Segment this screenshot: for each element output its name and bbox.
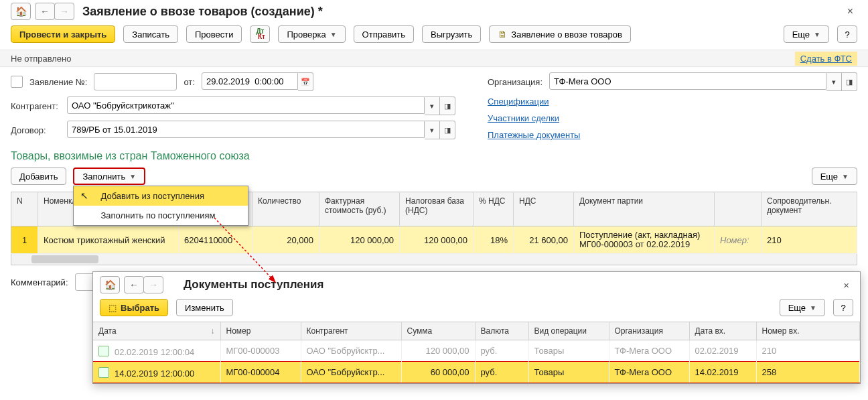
modal-close-button[interactable]: × [839,278,853,292]
decl-no-label: Заявление №: [29,77,87,87]
chevron-down-icon: ▼ [842,173,849,180]
modal-forward-button[interactable]: → [143,276,163,293]
mcol-number[interactable]: Номер [220,322,301,340]
calendar-icon: 📅 [301,78,310,86]
chevron-down-icon: ▼ [814,31,820,38]
modal-home-button[interactable]: 🏠 [100,276,120,293]
org-input[interactable] [549,72,826,90]
check-button[interactable]: Проверка▼ [278,25,345,43]
status-text: Не отправлено [11,54,71,64]
contr-input[interactable] [67,96,425,114]
goods-more-button[interactable]: Еще▼ [812,168,857,185]
specifications-link[interactable]: Спецификации [488,96,857,107]
contract-dropdown-button[interactable]: ▾ [425,121,440,139]
post-and-close-button[interactable]: Провести и закрыть [11,25,115,43]
col-vat[interactable]: НДС [514,192,574,226]
help-button[interactable]: ? [837,25,857,43]
mcol-date[interactable]: Дата ↓ [93,322,220,340]
home-icon: 🏠 [104,279,116,290]
col-n[interactable]: N [11,192,38,226]
modal-help-button[interactable]: ? [833,299,853,316]
doc-icon [11,76,23,88]
mcol-inno[interactable]: Номер вх. [756,322,860,340]
payment-docs-link[interactable]: Платежные документы [488,130,857,140]
arrow-left-icon: ← [40,6,50,17]
col-batch[interactable]: Документ партии [574,192,715,226]
contract-label: Договор: [11,125,60,135]
arrow-right-icon: → [149,279,158,290]
declaration-print-button[interactable]: 🗎Заявление о ввозе товаров [489,25,630,43]
receipt-docs-modal: 🏠 ← → Документы поступления × ⬚Выбрать И… [92,271,861,384]
more-button[interactable]: Еще▼ [784,25,829,43]
contract-open-button[interactable]: ◨ [440,121,455,139]
fill-by-receipts-item[interactable]: Заполнить по поступлениям [74,206,248,225]
col-accdoc[interactable]: Сопроводительн. документ [762,192,857,226]
receipt-docs-table: Дата ↓ Номер Контрагент Сумма Валюта Вид… [93,322,860,383]
add-row-button[interactable]: Добавить [11,168,66,185]
goods-section-title: Товары, ввозимые из стран Таможенного со… [11,150,857,162]
mcol-sum[interactable]: Сумма [401,322,475,340]
chevron-down-icon: ▼ [129,173,136,180]
contr-dropdown-button[interactable]: ▾ [425,96,440,115]
close-button[interactable]: × [843,4,857,19]
forward-button[interactable]: → [54,3,74,20]
col-vat-rate[interactable]: % НДС [474,192,514,226]
contr-open-button[interactable]: ◨ [440,96,455,115]
deal-participants-link[interactable]: Участники сделки [488,113,857,123]
col-acc-label[interactable] [715,192,762,226]
org-dropdown-button[interactable]: ▾ [826,72,842,91]
contr-label: Контрагент: [11,101,60,111]
sort-asc-icon: ↓ [211,326,215,336]
goods-hscrollbar[interactable] [11,254,857,265]
arrow-left-icon: ← [129,279,139,290]
chevron-down-icon: ▼ [330,31,337,38]
export-button[interactable]: Выгрузить [422,25,481,43]
date-input[interactable] [202,72,298,90]
title-bar: 🏠 ← → Заявление о ввозе товаров (создани… [0,0,868,24]
mcol-contr[interactable]: Контрагент [301,322,401,340]
comment-label: Комментарий: [11,277,68,287]
goods-row[interactable]: 1 Костюм трикотажный женский 6204110000 … [11,226,857,254]
cursor-icon: ↖ [80,190,88,201]
stamp-icon: 🗎 [498,29,507,40]
home-button[interactable]: 🏠 [11,3,31,20]
arrow-right-icon: → [60,6,69,17]
fill-from-receipt-item[interactable]: ↖ Добавить из поступления [74,186,248,206]
col-cost[interactable]: Фактурная стоимость (руб.) [319,192,400,226]
mcol-indate[interactable]: Дата вх. [689,322,756,340]
modal-back-button[interactable]: ← [124,276,144,293]
receipt-row[interactable]: 02.02.2019 12:00:04 МГ00-000003 ОАО "Боб… [93,340,860,362]
edit-button[interactable]: Изменить [176,299,233,316]
col-taxbase[interactable]: Налоговая база (НДС) [400,192,474,226]
home-icon: 🏠 [15,6,27,17]
org-open-button[interactable]: ◨ [842,72,857,91]
send-button[interactable]: Отправить [354,25,414,43]
post-button[interactable]: Провести [186,25,242,43]
transactions-button[interactable]: ДтКт [250,25,270,43]
write-button[interactable]: Записать [123,25,178,43]
receipt-row[interactable]: 14.02.2019 12:00:00 МГ00-000004 ОАО "Боб… [93,362,860,383]
mcol-op[interactable]: Вид операции [528,322,609,340]
dtkt-icon: ДтКт [255,29,265,40]
select-icon: ⬚ [108,303,117,313]
send-fts-link[interactable]: Сдать в ФТС [795,52,857,66]
org-label: Организация: [488,77,542,87]
fill-dropdown: ↖ Добавить из поступления Заполнить по п… [73,186,248,226]
document-icon [98,346,109,356]
decl-no-input[interactable] [94,73,177,90]
col-qty[interactable]: Количество [252,192,319,226]
chevron-down-icon: ▼ [810,304,816,312]
fill-button[interactable]: Заполнить▼ [73,168,145,185]
command-toolbar: Провести и закрыть Записать Провести ДтК… [0,24,868,50]
modal-more-button[interactable]: Еще▼ [780,299,825,316]
mcol-curr[interactable]: Валюта [475,322,528,340]
status-bar: Не отправлено Сдать в ФТС [0,50,868,67]
mcol-org[interactable]: Организация [609,322,689,340]
back-button[interactable]: ← [35,3,55,20]
page-title: Заявление о ввозе товаров (создание) * [82,5,843,19]
contract-input[interactable] [67,121,425,138]
select-button[interactable]: ⬚Выбрать [100,299,168,316]
calendar-button[interactable]: 📅 [298,72,313,91]
document-icon [98,367,109,378]
modal-title: Документы поступления [184,278,839,291]
